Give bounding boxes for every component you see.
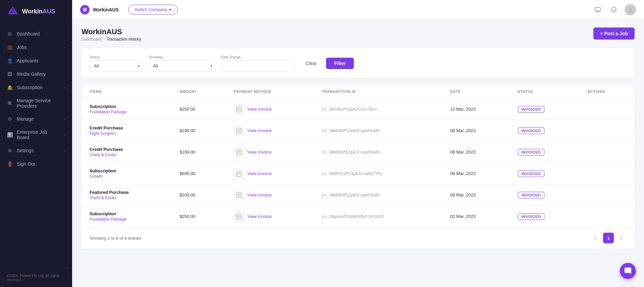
cell-payment-method: View Invoice	[226, 184, 313, 206]
main-content: WorkinAUS Switch Company ▾	[72, 0, 644, 287]
sidebar-item-label: Applicants	[17, 58, 65, 63]
cell-payment-method: View Invoice	[226, 206, 313, 227]
chat-bubble-button[interactable]	[620, 263, 636, 279]
view-invoice-link[interactable]: View Invoice	[247, 150, 272, 155]
invoice-icon	[234, 147, 244, 157]
svg-rect-4	[595, 7, 600, 11]
cell-amount: $250.00	[171, 99, 226, 120]
sidebar-item-media-gallery[interactable]: 🖼 Media Gallery	[0, 67, 72, 81]
sidebar: WorkinAUS ⊞ Dashboard 💼 Jobs › 👤 Applica…	[0, 0, 72, 287]
pagination-page-1[interactable]: 1	[603, 233, 614, 243]
cell-amount: $695.00	[171, 163, 226, 184]
pagination-prev[interactable]: ‹	[590, 233, 601, 243]
col-date: DATE	[442, 85, 509, 99]
view-invoice-link[interactable]: View Invoice	[247, 107, 272, 112]
status-badge: INVOICED	[518, 213, 545, 220]
view-invoice-link[interactable]: View Invoice	[247, 171, 272, 176]
showing-select[interactable]: All	[149, 60, 216, 71]
cell-item: Credit Purchase Flight Surgeon	[82, 120, 171, 141]
table-row: Subscription Foundation Package $250.00 …	[82, 206, 635, 227]
cell-transaction-id: in_1Nn48uPS3pA3CunnlBun	[314, 99, 442, 120]
chat-icon	[624, 267, 632, 275]
cell-item: Subscription Foundation Package	[82, 206, 171, 227]
notifications-icon[interactable]	[608, 4, 619, 15]
showing-filter-label: Showing	[149, 55, 216, 59]
col-items: ITEMS	[82, 85, 171, 99]
cell-item: Subscription Foundation Package	[82, 99, 171, 120]
subscription-icon: 🔔	[7, 84, 13, 91]
cell-item: Credit Purchase Chefs & Cooks	[82, 141, 171, 163]
sidebar-item-manage-service-providers[interactable]: 🛠 Manage Service Providers	[0, 94, 72, 112]
invoice-icon	[234, 126, 244, 136]
pagination-next[interactable]: ›	[616, 233, 627, 243]
status-select-wrapper: All	[90, 60, 143, 71]
filter-row: Status All Showing All	[90, 55, 627, 71]
status-select[interactable]: All	[90, 60, 143, 71]
invoice-icon	[234, 104, 244, 114]
manage-icon: ⚙	[7, 116, 13, 122]
col-transaction-id: TRANSACTION ID	[314, 85, 442, 99]
table-body: Subscription Foundation Package $250.00 …	[82, 99, 635, 227]
user-avatar[interactable]	[625, 4, 636, 15]
view-invoice-link[interactable]: View Invoice	[247, 214, 272, 219]
chevron-right-icon: ›	[64, 46, 65, 49]
svg-point-6	[629, 7, 632, 10]
settings-icon: ⚙	[7, 148, 13, 154]
topbar: WorkinAUS Switch Company ▾	[72, 0, 644, 19]
post-job-button[interactable]: + Post a Job	[593, 27, 635, 40]
cell-status: INVOICED	[510, 141, 579, 163]
sidebar-item-manage[interactable]: ⚙ Manage ›	[0, 112, 72, 126]
cell-actions	[579, 184, 635, 206]
dashboard-icon: ⊞	[7, 31, 13, 37]
signout-icon: 🚪	[7, 161, 13, 167]
topbar-right	[592, 4, 636, 15]
sidebar-item-jobs[interactable]: 💼 Jobs ›	[0, 41, 72, 54]
messages-icon[interactable]	[592, 4, 603, 15]
filter-button[interactable]: Filter	[326, 58, 354, 69]
cell-status: INVOICED	[510, 163, 579, 184]
sidebar-item-label: Settings	[17, 148, 60, 153]
enterprise-icon: 📊	[7, 132, 13, 138]
sidebar-nav: ⊞ Dashboard 💼 Jobs › 👤 Applicants 🖼 Medi…	[0, 23, 72, 268]
clear-button[interactable]: Clear	[302, 58, 321, 69]
page-title-area: WorkinAUS Dashboard › Transaction Histor…	[82, 27, 141, 42]
item-subtitle: Foundation Package	[90, 217, 163, 222]
sidebar-item-dashboard[interactable]: ⊞ Dashboard	[0, 27, 72, 41]
sidebar-item-applicants[interactable]: 👤 Applicants	[0, 54, 72, 67]
item-title: Credit Purchase	[90, 147, 163, 152]
transactions-table: ITEMS AMOUNT PAYMENT METHOD TRANSACTION …	[82, 85, 635, 227]
cell-actions	[579, 141, 635, 163]
showing-filter-group: Showing All	[149, 55, 216, 71]
table-row: Featured Purchase Chefs & Cooks $100.00 …	[82, 184, 635, 206]
cell-status: INVOICED	[510, 206, 579, 227]
item-subtitle: Chefs & Cooks	[90, 153, 163, 157]
col-payment-method: PAYMENT METHOD	[226, 85, 313, 99]
company-dot	[80, 5, 90, 14]
cell-transaction-id: in_1NgmuePSSb945DuF1HcGnDt	[314, 206, 442, 227]
view-invoice-link[interactable]: View Invoice	[247, 128, 272, 133]
col-amount: AMOUNT	[171, 85, 226, 99]
view-invoice-link[interactable]: View Invoice	[247, 192, 272, 197]
col-actions: ACTIONS	[579, 85, 635, 99]
sidebar-item-label: Manage	[17, 116, 60, 122]
date-range-filter-group: Date Range	[221, 55, 295, 71]
topbar-company-area: WorkinAUS	[80, 5, 119, 14]
sidebar-item-enterprise-job-board[interactable]: 📊 Enterprise Job Board ›	[0, 126, 72, 144]
date-range-input[interactable]	[221, 60, 295, 71]
date-range-label: Date Range	[221, 55, 295, 59]
breadcrumb-parent[interactable]: Dashboard	[82, 37, 101, 42]
jobs-icon: 💼	[7, 44, 13, 50]
sidebar-item-sign-out[interactable]: 🚪 Sign Out	[0, 157, 72, 171]
status-filter-group: Status All	[90, 55, 143, 71]
cell-transaction-id: in_1NdPH12PS3pA3Cua687TPu	[314, 163, 442, 184]
showing-entries-text: Showing 1 to 6 of 6 entries	[90, 236, 141, 241]
cell-payment-method: View Invoice	[226, 141, 313, 163]
cell-actions	[579, 120, 635, 141]
invoice-icon	[234, 212, 244, 222]
cell-item: Featured Purchase Chefs & Cooks	[82, 184, 171, 206]
filter-bar: Status All Showing All	[82, 48, 635, 78]
sidebar-item-settings[interactable]: ⚙ Settings ›	[0, 144, 72, 157]
switch-company-button[interactable]: Switch Company ▾	[128, 5, 178, 14]
cell-date: 08 Mar, 2023	[442, 120, 509, 141]
sidebar-item-subscription[interactable]: 🔔 Subscription ›	[0, 81, 72, 94]
